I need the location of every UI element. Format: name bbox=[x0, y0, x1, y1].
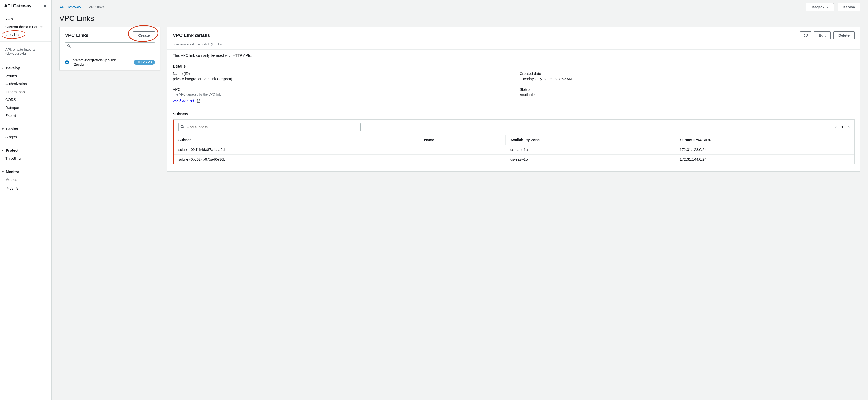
detail-name-id-value: private-integration-vpc-link (2rqpbm) bbox=[173, 77, 514, 81]
cell-cidr: 172.31.128.0/24 bbox=[675, 145, 854, 155]
pager-next-icon[interactable]: › bbox=[848, 125, 849, 130]
table-row[interactable]: subnet-0bc624b675a40e30b us-east-1b 172.… bbox=[174, 155, 854, 164]
svg-line-1 bbox=[70, 47, 71, 48]
detail-vpc-label: VPC bbox=[173, 87, 514, 92]
col-subnet[interactable]: Subnet bbox=[174, 135, 419, 145]
topbar-actions: Stage: - ▼ Deploy bbox=[806, 3, 860, 11]
sidebar-item-export[interactable]: Export bbox=[0, 111, 51, 120]
breadcrumb-root[interactable]: API Gateway bbox=[59, 5, 81, 9]
subnets-panel: ‹ 1 › Subnet Name bbox=[173, 119, 855, 164]
caret-down-icon: ▼ bbox=[2, 67, 4, 70]
sidebar-protect-section: ▼Protect Throttling bbox=[0, 144, 51, 165]
col-cidr[interactable]: Subnet IPV4 CIDR bbox=[675, 135, 854, 145]
detail-vpc-help: The VPC targeted by the VPC link. bbox=[173, 93, 514, 96]
content: VPC Links VPC Links Create bbox=[52, 12, 868, 179]
caret-down-icon: ▼ bbox=[2, 128, 4, 131]
subnets-table: Subnet Name Availability Zone Subnet IPV… bbox=[174, 135, 854, 164]
detail-status: Status Available bbox=[514, 87, 855, 104]
sidebar-item-routes[interactable]: Routes bbox=[0, 72, 51, 80]
create-button[interactable]: Create bbox=[133, 31, 155, 39]
search-icon bbox=[180, 125, 184, 129]
col-name[interactable]: Name bbox=[419, 135, 505, 145]
cell-name bbox=[419, 155, 505, 164]
vpc-link-details-panel: VPC Link details Edit Delete private-int… bbox=[167, 27, 860, 171]
list-search bbox=[65, 42, 155, 51]
table-row[interactable]: subnet-09d164da87a1afa9d us-east-1a 172.… bbox=[174, 145, 854, 155]
details-section-heading: Details bbox=[173, 64, 855, 68]
caret-down-icon: ▼ bbox=[2, 170, 4, 173]
details-body: This VPC link can only be used with HTTP… bbox=[167, 49, 860, 171]
sidebar-item-logging[interactable]: Logging bbox=[0, 184, 51, 192]
vpc-links-list-panel: VPC Links Create pri bbox=[59, 27, 160, 70]
details-notice: This VPC link can only be used with HTTP… bbox=[173, 53, 855, 58]
sidebar-item-cors[interactable]: CORS bbox=[0, 96, 51, 104]
cell-cidr: 172.31.144.0/24 bbox=[675, 155, 854, 164]
subnets-search-input[interactable] bbox=[178, 123, 361, 131]
list-search-input[interactable] bbox=[65, 42, 155, 51]
sidebar-section-protect[interactable]: ▼Protect bbox=[0, 146, 51, 154]
delete-button[interactable]: Delete bbox=[833, 31, 855, 39]
sidebar-item-integrations[interactable]: Integrations bbox=[0, 88, 51, 96]
refresh-button[interactable] bbox=[800, 31, 811, 39]
stage-label: Stage: - bbox=[811, 5, 824, 9]
cell-az: us-east-1b bbox=[505, 155, 675, 164]
sidebar-section-develop-label: Develop bbox=[6, 66, 20, 70]
caret-down-icon: ▼ bbox=[2, 149, 4, 152]
sidebar-item-apis[interactable]: APIs bbox=[0, 15, 51, 23]
close-icon[interactable]: ✕ bbox=[43, 3, 47, 9]
stage-dropdown[interactable]: Stage: - ▼ bbox=[806, 3, 834, 11]
details-actions: Edit Delete bbox=[800, 31, 855, 39]
subnets-heading: Subnets bbox=[173, 111, 855, 116]
pager-prev-icon[interactable]: ‹ bbox=[835, 125, 837, 130]
radio-selected-icon[interactable] bbox=[65, 60, 69, 64]
sidebar-item-custom-domain-names[interactable]: Custom domain names bbox=[0, 23, 51, 31]
sidebar-item-metrics[interactable]: Metrics bbox=[0, 176, 51, 184]
sidebar-api-context[interactable]: API: private-integra... (obwvqurbyk) bbox=[0, 44, 51, 59]
detail-status-value: Available bbox=[520, 93, 855, 97]
sidebar-section-monitor[interactable]: ▼Monitor bbox=[0, 168, 51, 176]
breadcrumb: API Gateway › VPC links bbox=[59, 5, 104, 9]
sidebar-item-vpc-links[interactable]: VPC links bbox=[0, 31, 51, 39]
chevron-right-icon: › bbox=[84, 5, 86, 9]
sidebar-section-protect-label: Protect bbox=[6, 148, 19, 153]
deploy-button[interactable]: Deploy bbox=[838, 3, 860, 11]
sidebar-header: API Gateway ✕ bbox=[0, 0, 51, 12]
sidebar-section-monitor-label: Monitor bbox=[6, 170, 19, 174]
detail-name-id: Name (ID) private-integration-vpc-link (… bbox=[173, 71, 514, 81]
search-icon bbox=[67, 44, 71, 48]
detail-created: Created date Tuesday, July 12, 2022 7:52… bbox=[514, 71, 855, 81]
sidebar-item-authorization[interactable]: Authorization bbox=[0, 80, 51, 88]
sidebar-section-deploy-label: Deploy bbox=[6, 127, 18, 131]
vpc-link-list-item[interactable]: private-integration-vpc-link (2rqpbm) HT… bbox=[60, 54, 160, 70]
vpc-link-item-label: private-integration-vpc-link (2rqpbm) bbox=[73, 58, 130, 66]
caret-down-icon: ▼ bbox=[826, 6, 829, 9]
subnets-pager: ‹ 1 › bbox=[835, 125, 849, 130]
svg-line-3 bbox=[183, 127, 184, 129]
svg-point-2 bbox=[181, 125, 183, 128]
edit-button[interactable]: Edit bbox=[814, 31, 831, 39]
cell-subnet: subnet-0bc624b675a40e30b bbox=[174, 155, 419, 164]
vpc-id-value: vpc-f5a1178f bbox=[173, 99, 194, 103]
topbar: API Gateway › VPC links Stage: - ▼ Deplo… bbox=[52, 0, 868, 12]
sidebar-deploy-section: ▼Deploy Stages bbox=[0, 123, 51, 144]
external-link-icon bbox=[197, 99, 200, 103]
subnets-header-row: Subnet Name Availability Zone Subnet IPV… bbox=[174, 135, 854, 145]
cell-az: us-east-1a bbox=[505, 145, 675, 155]
detail-status-label: Status bbox=[520, 87, 855, 92]
detail-name-id-label: Name (ID) bbox=[173, 71, 514, 76]
sidebar-develop-section: ▼Develop Routes Authorization Integratio… bbox=[0, 62, 51, 123]
vpc-link[interactable]: vpc-f5a1178f bbox=[173, 99, 200, 104]
sidebar-item-stages[interactable]: Stages bbox=[0, 133, 51, 141]
sidebar-monitor-section: ▼Monitor Metrics Logging bbox=[0, 165, 51, 194]
col-az[interactable]: Availability Zone bbox=[505, 135, 675, 145]
details-panel-title: VPC Link details bbox=[173, 33, 210, 38]
list-panel-header: VPC Links Create bbox=[60, 27, 160, 42]
sidebar-section-deploy[interactable]: ▼Deploy bbox=[0, 125, 51, 133]
svg-point-0 bbox=[68, 44, 70, 47]
sidebar-section-develop[interactable]: ▼Develop bbox=[0, 64, 51, 72]
cell-name bbox=[419, 145, 505, 155]
details-panel-header: VPC Link details Edit Delete bbox=[167, 27, 860, 42]
sidebar-item-throttling[interactable]: Throttling bbox=[0, 154, 51, 162]
sidebar-item-reimport[interactable]: Reimport bbox=[0, 104, 51, 111]
sidebar: API Gateway ✕ APIs Custom domain names V… bbox=[0, 0, 52, 400]
